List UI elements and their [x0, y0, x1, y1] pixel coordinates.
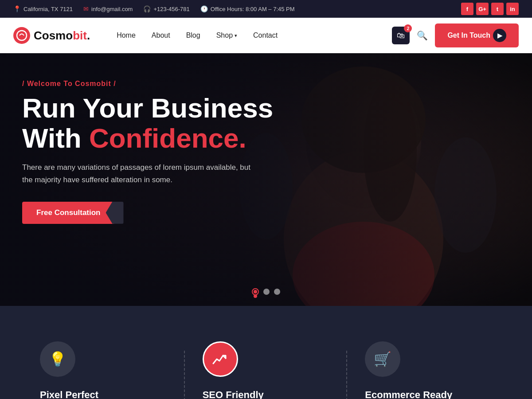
logo-text: Cosmobit.	[34, 29, 90, 43]
location-info: 📍 California, TX 7121	[13, 5, 73, 12]
email-info: ✉ info@gmail.com	[83, 5, 133, 12]
nav-actions: 🛍 2 🔍 Get In Touch ▶	[392, 23, 519, 47]
nav-link-about[interactable]: About	[152, 31, 170, 39]
cart-icon: 🛒	[374, 351, 391, 368]
nav-link-blog[interactable]: Blog	[186, 31, 200, 39]
phone-info: 🎧 +123-456-781	[143, 5, 189, 12]
get-in-touch-button[interactable]: Get In Touch ▶	[435, 23, 519, 47]
facebook-button[interactable]: f	[461, 3, 473, 15]
nav-link-contact[interactable]: Contact	[253, 31, 278, 39]
linkedin-button[interactable]: in	[506, 3, 519, 15]
nav-item-about[interactable]: About	[152, 31, 170, 39]
chevron-down-icon: ▾	[235, 33, 237, 39]
slider-dot-1[interactable]	[252, 288, 259, 295]
search-button[interactable]: 🔍	[417, 30, 428, 41]
arrow-circle-icon: ▶	[493, 29, 506, 42]
feature-card-seo: SEO Friendly Build relationships and sha…	[185, 328, 348, 399]
lightbulb-icon: 💡	[49, 351, 66, 368]
hero-title-line2-red: Confidence.	[89, 123, 246, 153]
nav-link-shop[interactable]: Shop ▾	[216, 31, 237, 39]
logo[interactable]: Cosmobit.	[13, 27, 90, 44]
search-icon: 🔍	[417, 31, 428, 40]
trending-up-icon	[212, 351, 228, 367]
hours-text: Office Hours: 8:00 AM – 7:45 PM	[211, 6, 295, 12]
feature-card-pixel-perfect: 💡 Pixel Perfect Build relationships and …	[22, 328, 185, 399]
slider-dots	[252, 288, 280, 295]
google-plus-button[interactable]: G+	[476, 3, 489, 15]
free-consultation-button[interactable]: Free Consultation	[22, 202, 115, 224]
feature-icon-wrap-3: 🛒	[365, 341, 400, 377]
cart-badge: 2	[404, 24, 412, 32]
feature-card-ecommerce: 🛒 Ecommerce Ready Build relationships an…	[347, 328, 510, 399]
phone-text: +123-456-781	[153, 6, 189, 12]
navbar: Cosmobit. Home About Blog Shop ▾ Contact…	[0, 18, 532, 53]
email-icon: ✉	[83, 5, 89, 12]
clock-icon: 🕐	[200, 5, 208, 12]
twitter-button[interactable]: t	[491, 3, 504, 15]
feature-title-2: SEO Friendly	[203, 389, 330, 399]
hero-description: There are many variations of passages of…	[22, 161, 253, 185]
features-section: 💡 Pixel Perfect Build relationships and …	[0, 306, 532, 399]
hero-content: / Welcome To Cosmobit / Run Your Busines…	[22, 80, 273, 224]
nav-item-shop[interactable]: Shop ▾	[216, 31, 237, 39]
feature-icon-wrap-1: 💡	[40, 341, 75, 377]
slider-dot-3[interactable]	[274, 289, 280, 295]
hero-section: / Welcome To Cosmobit / Run Your Busines…	[0, 53, 532, 306]
hero-title: Run Your Business With Confidence.	[22, 93, 273, 153]
cart-button[interactable]: 🛍 2	[392, 27, 410, 44]
logo-icon	[13, 27, 30, 44]
svg-point-0	[17, 31, 27, 40]
feature-title-3: Ecommerce Ready	[365, 389, 492, 399]
hero-tagline: / Welcome To Cosmobit /	[22, 80, 273, 88]
hero-title-line2-plain: With	[22, 123, 89, 153]
nav-item-blog[interactable]: Blog	[186, 31, 200, 39]
location-text: California, TX 7121	[23, 6, 73, 12]
slider-dot-2[interactable]	[263, 289, 270, 295]
feature-icon-wrap-2	[203, 341, 238, 377]
nav-item-contact[interactable]: Contact	[253, 31, 278, 39]
phone-icon: 🎧	[143, 5, 151, 12]
location-icon: 📍	[13, 5, 21, 12]
email-text: info@gmail.com	[91, 6, 133, 12]
nav-link-home[interactable]: Home	[117, 31, 136, 39]
social-links: f G+ t in	[461, 3, 519, 15]
feature-title-1: Pixel Perfect	[40, 389, 167, 399]
nav-item-home[interactable]: Home	[117, 31, 136, 39]
hours-info: 🕐 Office Hours: 8:00 AM – 7:45 PM	[200, 5, 295, 12]
hero-title-line1: Run Your Business	[22, 93, 273, 123]
top-bar: 📍 California, TX 7121 ✉ info@gmail.com 🎧…	[0, 0, 532, 18]
nav-links: Home About Blog Shop ▾ Contact	[117, 31, 392, 39]
